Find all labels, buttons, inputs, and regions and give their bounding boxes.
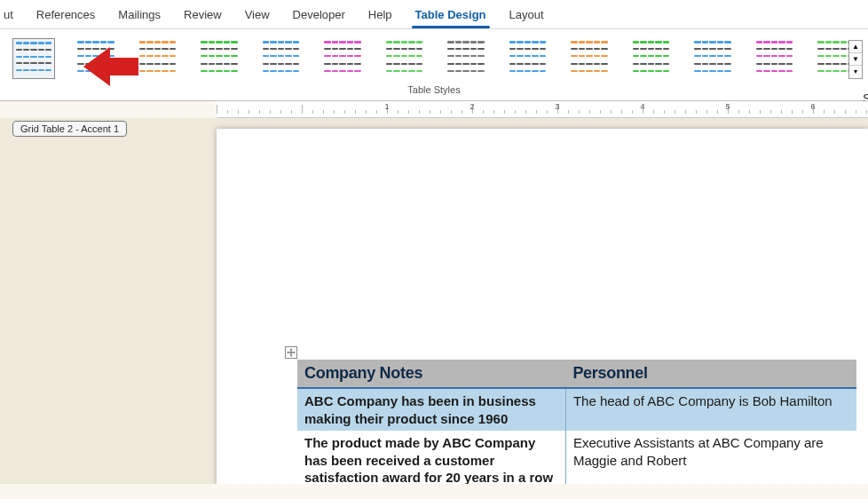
ruler-mark-3: 3 (555, 102, 559, 111)
table-row[interactable]: ABC Company has been in business making … (297, 388, 856, 431)
tab-developer[interactable]: Developer (284, 4, 354, 25)
gallery-scroll-down[interactable]: ▼ (849, 53, 862, 66)
gallery-scroll-up[interactable]: ▲ (849, 41, 862, 53)
tab-layout[interactable]: Layout (501, 4, 553, 25)
svg-marker-0 (83, 47, 138, 86)
table-cell-company-notes[interactable]: ABC Company has been in business making … (297, 388, 565, 431)
table-cell-personnel[interactable]: Executive Assistants at ABC Company are … (565, 431, 856, 484)
tab-help[interactable]: Help (359, 4, 401, 25)
tab-mailings[interactable]: Mailings (109, 4, 170, 25)
tab-view[interactable]: View (236, 4, 279, 25)
table-style-option-2[interactable] (137, 38, 179, 79)
document-workspace: Company Notes Personnel ABC Company has … (0, 118, 868, 484)
table-style-option-4[interactable] (260, 38, 303, 79)
gallery-expand[interactable]: ▾ (849, 66, 862, 78)
table-row[interactable]: The product made by ABC Company has been… (297, 431, 856, 484)
ribbon-tabs: ut References Mailings Review View Devel… (0, 0, 868, 29)
annotation-arrow-icon (83, 44, 138, 90)
gallery-scroll-buttons: ▲ ▼ ▾ (848, 40, 863, 79)
table-style-option-3[interactable] (198, 38, 241, 79)
tab-references[interactable]: References (28, 4, 104, 25)
table-style-option-5[interactable] (321, 38, 364, 79)
tab-review[interactable]: Review (175, 4, 231, 25)
table-style-option-6[interactable] (383, 38, 426, 79)
table-header-personnel[interactable]: Personnel (565, 360, 856, 388)
table-style-option-9[interactable] (568, 38, 611, 79)
table-style-option-12[interactable] (754, 38, 796, 79)
document-table[interactable]: Company Notes Personnel ABC Company has … (297, 360, 856, 484)
table-style-option-7[interactable] (445, 38, 487, 79)
table-style-option-11[interactable] (691, 38, 734, 79)
tab-layout-cut[interactable]: ut (4, 4, 22, 25)
ruler-mark-2: 2 (470, 102, 474, 111)
horizontal-ruler[interactable]: 1 2 3 4 5 6 (217, 101, 868, 118)
table-style-option-10[interactable] (630, 38, 673, 79)
ruler-mark-4: 4 (640, 102, 644, 111)
table-style-option-0[interactable] (12, 38, 55, 79)
ruler-mark-6: 6 (810, 102, 815, 111)
style-tooltip: Grid Table 2 - Accent 1 (12, 121, 127, 137)
tab-table-design[interactable]: Table Design (406, 4, 495, 25)
table-style-option-8[interactable] (507, 38, 549, 79)
table-cell-personnel[interactable]: The head of ABC Company is Bob Hamilton (565, 388, 856, 431)
table-cell-company-notes[interactable]: The product made by ABC Company has been… (297, 431, 565, 484)
table-move-handle[interactable] (285, 346, 297, 359)
table-header-company-notes[interactable]: Company Notes (297, 360, 565, 388)
ruler-mark-1: 1 (384, 102, 389, 111)
ruler-mark-5: 5 (725, 102, 730, 111)
